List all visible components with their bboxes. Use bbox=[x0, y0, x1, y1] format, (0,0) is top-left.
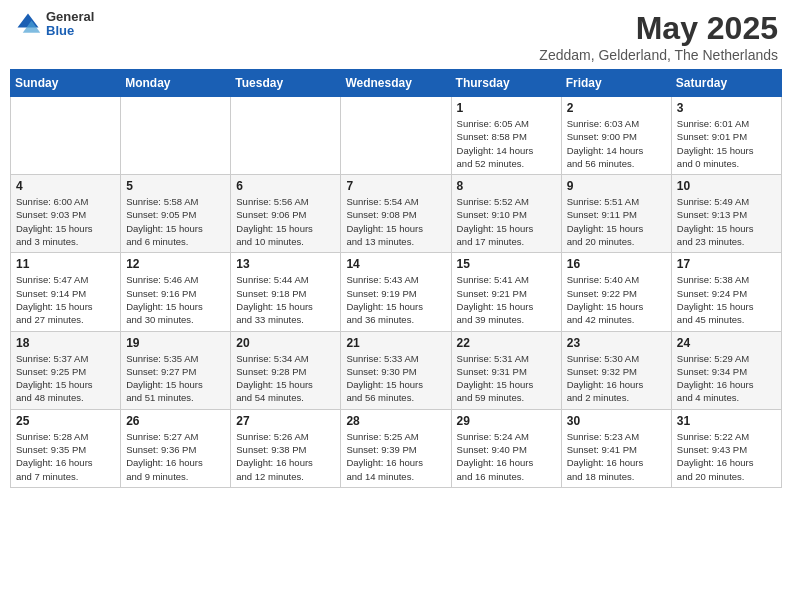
day-number: 23 bbox=[567, 336, 666, 350]
day-number: 11 bbox=[16, 257, 115, 271]
calendar-cell: 29Sunrise: 5:24 AM Sunset: 9:40 PM Dayli… bbox=[451, 409, 561, 487]
calendar-cell: 17Sunrise: 5:38 AM Sunset: 9:24 PM Dayli… bbox=[671, 253, 781, 331]
calendar-cell: 1Sunrise: 6:05 AM Sunset: 8:58 PM Daylig… bbox=[451, 97, 561, 175]
day-number: 14 bbox=[346, 257, 445, 271]
day-info: Sunrise: 5:25 AM Sunset: 9:39 PM Dayligh… bbox=[346, 430, 445, 483]
weekday-header-friday: Friday bbox=[561, 70, 671, 97]
day-number: 10 bbox=[677, 179, 776, 193]
calendar-cell bbox=[11, 97, 121, 175]
calendar-cell: 22Sunrise: 5:31 AM Sunset: 9:31 PM Dayli… bbox=[451, 331, 561, 409]
calendar-cell: 13Sunrise: 5:44 AM Sunset: 9:18 PM Dayli… bbox=[231, 253, 341, 331]
weekday-header-sunday: Sunday bbox=[11, 70, 121, 97]
day-number: 30 bbox=[567, 414, 666, 428]
calendar-week-5: 25Sunrise: 5:28 AM Sunset: 9:35 PM Dayli… bbox=[11, 409, 782, 487]
day-info: Sunrise: 5:56 AM Sunset: 9:06 PM Dayligh… bbox=[236, 195, 335, 248]
day-info: Sunrise: 5:33 AM Sunset: 9:30 PM Dayligh… bbox=[346, 352, 445, 405]
page-header: General Blue May 2025 Zeddam, Gelderland… bbox=[10, 10, 782, 63]
day-info: Sunrise: 5:43 AM Sunset: 9:19 PM Dayligh… bbox=[346, 273, 445, 326]
day-number: 18 bbox=[16, 336, 115, 350]
calendar-cell: 27Sunrise: 5:26 AM Sunset: 9:38 PM Dayli… bbox=[231, 409, 341, 487]
weekday-header-saturday: Saturday bbox=[671, 70, 781, 97]
day-info: Sunrise: 5:52 AM Sunset: 9:10 PM Dayligh… bbox=[457, 195, 556, 248]
calendar-cell: 8Sunrise: 5:52 AM Sunset: 9:10 PM Daylig… bbox=[451, 175, 561, 253]
day-number: 20 bbox=[236, 336, 335, 350]
month-title: May 2025 bbox=[539, 10, 778, 47]
weekday-header-wednesday: Wednesday bbox=[341, 70, 451, 97]
logo-general-text: General bbox=[46, 10, 94, 24]
day-info: Sunrise: 5:51 AM Sunset: 9:11 PM Dayligh… bbox=[567, 195, 666, 248]
day-info: Sunrise: 5:47 AM Sunset: 9:14 PM Dayligh… bbox=[16, 273, 115, 326]
calendar-cell: 30Sunrise: 5:23 AM Sunset: 9:41 PM Dayli… bbox=[561, 409, 671, 487]
day-number: 17 bbox=[677, 257, 776, 271]
logo: General Blue bbox=[14, 10, 94, 39]
day-number: 7 bbox=[346, 179, 445, 193]
day-info: Sunrise: 5:46 AM Sunset: 9:16 PM Dayligh… bbox=[126, 273, 225, 326]
calendar-cell: 14Sunrise: 5:43 AM Sunset: 9:19 PM Dayli… bbox=[341, 253, 451, 331]
day-info: Sunrise: 5:35 AM Sunset: 9:27 PM Dayligh… bbox=[126, 352, 225, 405]
day-number: 13 bbox=[236, 257, 335, 271]
calendar-cell: 3Sunrise: 6:01 AM Sunset: 9:01 PM Daylig… bbox=[671, 97, 781, 175]
calendar-cell: 18Sunrise: 5:37 AM Sunset: 9:25 PM Dayli… bbox=[11, 331, 121, 409]
calendar-cell: 10Sunrise: 5:49 AM Sunset: 9:13 PM Dayli… bbox=[671, 175, 781, 253]
day-number: 15 bbox=[457, 257, 556, 271]
location-subtitle: Zeddam, Gelderland, The Netherlands bbox=[539, 47, 778, 63]
calendar-cell bbox=[341, 97, 451, 175]
day-info: Sunrise: 6:05 AM Sunset: 8:58 PM Dayligh… bbox=[457, 117, 556, 170]
day-number: 22 bbox=[457, 336, 556, 350]
logo-blue-text: Blue bbox=[46, 24, 94, 38]
day-info: Sunrise: 5:54 AM Sunset: 9:08 PM Dayligh… bbox=[346, 195, 445, 248]
day-info: Sunrise: 5:40 AM Sunset: 9:22 PM Dayligh… bbox=[567, 273, 666, 326]
day-number: 26 bbox=[126, 414, 225, 428]
day-info: Sunrise: 5:23 AM Sunset: 9:41 PM Dayligh… bbox=[567, 430, 666, 483]
weekday-header-monday: Monday bbox=[121, 70, 231, 97]
calendar-cell: 31Sunrise: 5:22 AM Sunset: 9:43 PM Dayli… bbox=[671, 409, 781, 487]
day-info: Sunrise: 6:03 AM Sunset: 9:00 PM Dayligh… bbox=[567, 117, 666, 170]
day-info: Sunrise: 5:38 AM Sunset: 9:24 PM Dayligh… bbox=[677, 273, 776, 326]
weekday-header-row: SundayMondayTuesdayWednesdayThursdayFrid… bbox=[11, 70, 782, 97]
calendar-week-3: 11Sunrise: 5:47 AM Sunset: 9:14 PM Dayli… bbox=[11, 253, 782, 331]
calendar-cell: 21Sunrise: 5:33 AM Sunset: 9:30 PM Dayli… bbox=[341, 331, 451, 409]
weekday-header-tuesday: Tuesday bbox=[231, 70, 341, 97]
day-info: Sunrise: 5:34 AM Sunset: 9:28 PM Dayligh… bbox=[236, 352, 335, 405]
day-number: 24 bbox=[677, 336, 776, 350]
calendar-cell: 9Sunrise: 5:51 AM Sunset: 9:11 PM Daylig… bbox=[561, 175, 671, 253]
day-info: Sunrise: 5:30 AM Sunset: 9:32 PM Dayligh… bbox=[567, 352, 666, 405]
day-info: Sunrise: 5:27 AM Sunset: 9:36 PM Dayligh… bbox=[126, 430, 225, 483]
day-info: Sunrise: 5:44 AM Sunset: 9:18 PM Dayligh… bbox=[236, 273, 335, 326]
day-info: Sunrise: 5:28 AM Sunset: 9:35 PM Dayligh… bbox=[16, 430, 115, 483]
day-info: Sunrise: 5:49 AM Sunset: 9:13 PM Dayligh… bbox=[677, 195, 776, 248]
day-number: 2 bbox=[567, 101, 666, 115]
day-number: 31 bbox=[677, 414, 776, 428]
calendar-cell: 23Sunrise: 5:30 AM Sunset: 9:32 PM Dayli… bbox=[561, 331, 671, 409]
day-number: 27 bbox=[236, 414, 335, 428]
day-info: Sunrise: 5:58 AM Sunset: 9:05 PM Dayligh… bbox=[126, 195, 225, 248]
day-number: 19 bbox=[126, 336, 225, 350]
calendar-cell: 2Sunrise: 6:03 AM Sunset: 9:00 PM Daylig… bbox=[561, 97, 671, 175]
calendar-cell: 5Sunrise: 5:58 AM Sunset: 9:05 PM Daylig… bbox=[121, 175, 231, 253]
calendar-cell: 26Sunrise: 5:27 AM Sunset: 9:36 PM Dayli… bbox=[121, 409, 231, 487]
calendar-table: SundayMondayTuesdayWednesdayThursdayFrid… bbox=[10, 69, 782, 488]
calendar-week-1: 1Sunrise: 6:05 AM Sunset: 8:58 PM Daylig… bbox=[11, 97, 782, 175]
day-number: 4 bbox=[16, 179, 115, 193]
calendar-cell bbox=[231, 97, 341, 175]
calendar-cell: 6Sunrise: 5:56 AM Sunset: 9:06 PM Daylig… bbox=[231, 175, 341, 253]
calendar-cell bbox=[121, 97, 231, 175]
calendar-cell: 15Sunrise: 5:41 AM Sunset: 9:21 PM Dayli… bbox=[451, 253, 561, 331]
day-info: Sunrise: 6:00 AM Sunset: 9:03 PM Dayligh… bbox=[16, 195, 115, 248]
calendar-cell: 19Sunrise: 5:35 AM Sunset: 9:27 PM Dayli… bbox=[121, 331, 231, 409]
day-number: 5 bbox=[126, 179, 225, 193]
day-number: 1 bbox=[457, 101, 556, 115]
calendar-cell: 20Sunrise: 5:34 AM Sunset: 9:28 PM Dayli… bbox=[231, 331, 341, 409]
calendar-cell: 12Sunrise: 5:46 AM Sunset: 9:16 PM Dayli… bbox=[121, 253, 231, 331]
day-info: Sunrise: 5:24 AM Sunset: 9:40 PM Dayligh… bbox=[457, 430, 556, 483]
day-info: Sunrise: 5:37 AM Sunset: 9:25 PM Dayligh… bbox=[16, 352, 115, 405]
day-number: 6 bbox=[236, 179, 335, 193]
weekday-header-thursday: Thursday bbox=[451, 70, 561, 97]
calendar-cell: 11Sunrise: 5:47 AM Sunset: 9:14 PM Dayli… bbox=[11, 253, 121, 331]
day-number: 8 bbox=[457, 179, 556, 193]
calendar-cell: 24Sunrise: 5:29 AM Sunset: 9:34 PM Dayli… bbox=[671, 331, 781, 409]
calendar-cell: 16Sunrise: 5:40 AM Sunset: 9:22 PM Dayli… bbox=[561, 253, 671, 331]
calendar-week-2: 4Sunrise: 6:00 AM Sunset: 9:03 PM Daylig… bbox=[11, 175, 782, 253]
title-block: May 2025 Zeddam, Gelderland, The Netherl… bbox=[539, 10, 778, 63]
day-number: 3 bbox=[677, 101, 776, 115]
